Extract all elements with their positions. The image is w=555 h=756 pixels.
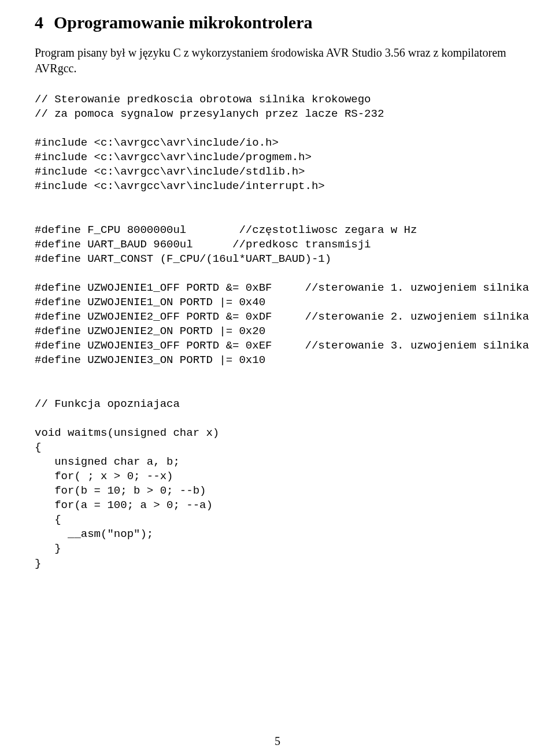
code-comment: //predkosc transmisji (232, 238, 371, 251)
code-line: unsigned char a, b; (35, 455, 180, 468)
code-line: #define F_CPU 8000000ul (35, 224, 186, 236)
code-line: #define UART_BAUD 9600ul (35, 238, 193, 251)
code-line: #include <c:\avrgcc\avr\include/interrup… (35, 180, 325, 192)
code-line: #define UZWOJENIE1_OFF PORTD &= 0xBF (35, 281, 272, 294)
code-line: #define UZWOJENIE2_OFF PORTD &= 0xDF (35, 310, 272, 323)
code-line: } (35, 542, 61, 555)
code-line: { (35, 441, 41, 454)
code-line: __asm("nop"); (35, 528, 153, 540)
code-line: // Funkcja opozniajaca (35, 398, 180, 410)
page-number: 5 (0, 735, 555, 748)
code-line: for( ; x > 0; --x) (35, 470, 173, 483)
code-comment: //częstotliwosc zegara w Hz (239, 224, 417, 236)
code-line: // za pomoca sygnalow przesylanych przez… (35, 108, 384, 120)
code-line: } (35, 557, 41, 570)
code-comment: //sterowanie 3. uzwojeniem silnika (305, 339, 529, 352)
code-line: #define UZWOJENIE3_OFF PORTD &= 0xEF (35, 339, 272, 352)
code-line: { (35, 513, 61, 526)
code-line: #define UZWOJENIE1_ON PORTD |= 0x40 (35, 296, 265, 309)
code-line: #include <c:\avrgcc\avr\include/progmem.… (35, 151, 312, 164)
code-comment: //sterowanie 2. uzwojeniem silnika (305, 310, 529, 323)
code-line: // Sterowanie predkoscia obrotowa silnik… (35, 93, 371, 106)
code-listing: // Sterowanie predkoscia obrotowa silnik… (35, 92, 520, 571)
code-line: #define UZWOJENIE3_ON PORTD |= 0x10 (35, 354, 265, 366)
page: 4Oprogramowanie mikrokontrolera Program … (0, 0, 555, 756)
code-line: void waitms(unsigned char x) (35, 427, 219, 439)
code-line: #include <c:\avrgcc\avr\include/stdlib.h… (35, 165, 305, 178)
section-heading: 4Oprogramowanie mikrokontrolera (35, 13, 520, 32)
code-line: #define UZWOJENIE2_ON PORTD |= 0x20 (35, 325, 265, 338)
code-line: for(b = 10; b > 0; --b) (35, 484, 206, 497)
code-comment: //sterowanie 1. uzwojeniem silnika (305, 281, 529, 294)
code-line: #define UART_CONST (F_CPU/(16ul*UART_BAU… (35, 253, 331, 265)
section-number: 4 (35, 13, 43, 32)
code-line: #include <c:\avrgcc\avr\include/io.h> (35, 136, 279, 149)
intro-paragraph: Program pisany był w języku C z wykorzys… (35, 45, 520, 76)
code-line: for(a = 100; a > 0; --a) (35, 499, 213, 512)
section-title-text: Oprogramowanie mikrokontrolera (54, 13, 312, 32)
